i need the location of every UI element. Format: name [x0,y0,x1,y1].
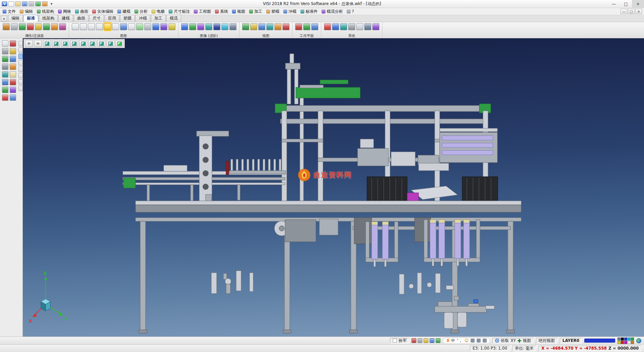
image-blue-icon[interactable] [181,23,188,30]
note-icon[interactable] [10,71,16,78]
save-small-icon[interactable] [10,94,16,101]
doc-restore-button[interactable]: □ [628,9,635,14]
magnet-icon[interactable] [3,23,10,30]
palette-color[interactable] [618,338,621,341]
pencil-green-icon[interactable] [43,23,50,30]
pick-mode-segment[interactable]: 拾取 XY 视图 [492,338,534,344]
pen-blue-icon[interactable] [10,56,16,62]
layer-strip-button[interactable] [18,86,23,91]
snapshot-icon[interactable] [356,23,363,30]
palette-color[interactable] [624,338,627,341]
image-teal-icon[interactable] [205,23,212,30]
sound-icon[interactable] [436,338,440,343]
image-cyan-icon[interactable] [221,23,228,30]
flash-icon[interactable] [424,338,428,343]
lock-toggle[interactable]: 拴牢 [390,338,409,344]
menu-mold[interactable]: 塑模 [264,8,281,15]
menu-drafting[interactable]: 工程图 [192,8,213,15]
torus-icon[interactable] [128,23,135,30]
palette-color[interactable] [621,341,624,344]
view-right-icon[interactable] [79,40,87,47]
menu-dimension[interactable]: 尺寸标注 [167,8,192,15]
view-iso-icon[interactable] [43,40,51,47]
open-file-icon[interactable] [15,1,21,6]
menu-die[interactable]: 冲模 [281,8,299,15]
menu-edit[interactable]: 编辑 [18,8,35,15]
menu-modeling[interactable]: 建模 [115,8,132,15]
tab-standard[interactable]: 标准 [23,15,38,22]
tab-dimension[interactable]: 尺寸 [89,15,104,22]
color-palette-icon[interactable] [324,23,331,30]
gear-icon[interactable] [2,63,8,70]
undo-icon[interactable] [2,87,8,93]
printer-icon[interactable] [11,23,18,30]
menu-standard-parts[interactable]: 标准件 [299,8,320,15]
sphere-icon[interactable] [120,23,127,30]
library-icon[interactable] [42,1,48,6]
units-segment[interactable]: 单位: 毫米 [512,346,536,351]
pencil-icon[interactable] [10,48,16,54]
calculator-icon[interactable] [364,23,371,30]
workplane-y-icon[interactable] [303,23,310,30]
film-icon[interactable] [418,338,422,343]
crosshair-plus-icon[interactable] [518,339,521,343]
layer-strip-button[interactable] [18,79,23,85]
palette-color[interactable] [628,341,631,344]
globe-icon[interactable] [332,23,339,30]
texture-icon[interactable] [160,23,167,30]
menu-moldflow[interactable]: 模流分析 [320,8,345,15]
layer-strip-button[interactable] [18,41,23,46]
menu-analysis[interactable]: 分析 [132,8,150,15]
new-file-icon[interactable] [8,1,14,6]
zoom-window-icon[interactable] [250,23,257,30]
previous-view-icon[interactable] [282,23,289,30]
ime-keyboard-icon[interactable] [477,339,481,343]
ime-emoji-icon[interactable]: ☺ [465,338,469,343]
view-top-icon[interactable] [88,40,96,47]
shading-mode-icon[interactable] [104,23,111,30]
workplane-z-icon[interactable] [311,23,318,30]
pencil-yellow-icon[interactable] [35,23,42,30]
palette-color[interactable] [628,338,631,341]
menu-surface[interactable]: 曲面 [73,8,90,15]
menu-help[interactable]: ? [345,8,356,15]
view-left-icon[interactable] [70,40,78,47]
tab-modeling[interactable]: 建模 [58,15,73,22]
menu-mesh[interactable]: 网格 [56,8,73,15]
menu-file[interactable]: 文件 [1,8,18,15]
doc-close-button[interactable]: × [635,9,642,14]
view-shaded-icon[interactable] [115,40,123,47]
maximize-button[interactable]: □ [620,0,632,8]
rotate-view-icon[interactable] [274,23,281,30]
zoom-fit-icon[interactable] [258,23,265,30]
cylinder-hidden-icon[interactable] [96,23,103,30]
lock-checkbox-icon[interactable] [393,339,397,343]
palette-color[interactable] [618,341,621,344]
close-button[interactable]: × [632,0,644,8]
add-filter-icon[interactable] [19,23,26,30]
info-icon[interactable] [430,338,434,343]
help-icon[interactable] [2,79,8,85]
view-bottom-icon[interactable] [97,40,105,47]
menu-electrode[interactable]: 电极 [150,8,167,15]
section-icon[interactable] [136,23,143,30]
doc-minimize-button[interactable]: — [621,9,627,14]
light-icon[interactable] [168,23,175,30]
layers-icon[interactable] [10,87,16,93]
box-icon[interactable] [112,23,119,30]
tab-surface[interactable]: 曲面 [74,15,89,22]
ime-mic-icon[interactable] [471,339,475,343]
select-arrow-icon[interactable] [2,40,8,47]
image-navy-icon[interactable] [213,23,220,30]
tab-moldflow[interactable]: 模流 [166,15,181,22]
render-icon[interactable] [152,23,159,30]
palette-color[interactable] [631,338,634,341]
pan-icon[interactable] [266,23,273,30]
target-icon[interactable] [10,79,16,85]
record-toggle-icon[interactable] [412,338,416,343]
viewport-3d[interactable]: .s1{fill:#ccd0d6;stroke:#6a6f76;stroke-w… [23,38,644,337]
workplane-x-icon[interactable] [295,23,302,30]
absolute-view-segment[interactable]: 绝对视图 [536,338,557,344]
image-green-icon[interactable] [189,23,196,30]
app-logo[interactable]: V [2,1,7,6]
